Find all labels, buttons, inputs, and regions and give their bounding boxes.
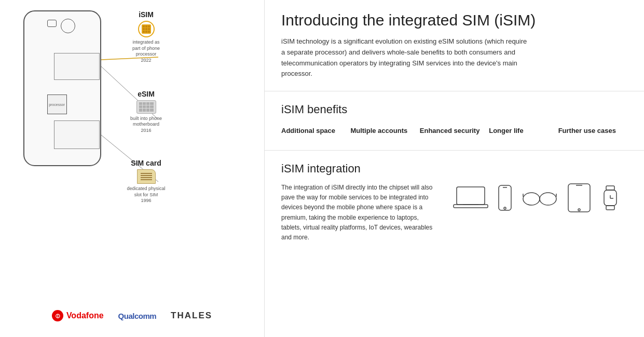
esim-sub: built into phonemotherboard2016 bbox=[130, 116, 162, 134]
simcard-icon bbox=[137, 169, 156, 184]
esim-chip-icon bbox=[136, 100, 156, 114]
logos-row: ⦶ Vodafone Qualcomm THALES bbox=[52, 310, 212, 327]
simcard-block: SIM card dedicated physicalslot for SIM1… bbox=[127, 159, 166, 204]
phone-outline: processor bbox=[23, 10, 101, 166]
isim-title: iSIM bbox=[139, 10, 154, 19]
laptop-device bbox=[453, 185, 489, 211]
qualcomm-logo: Qualcomm bbox=[118, 312, 157, 320]
intro-text: iSIM technology is a significant evoluti… bbox=[281, 36, 530, 79]
left-panel: processor iSIM bbox=[0, 0, 265, 337]
benefit-additional-space: Additional space bbox=[281, 124, 350, 139]
phone-device bbox=[497, 184, 513, 211]
benefit-enhanced-security: Enhanced security bbox=[420, 124, 489, 139]
processor-label: processor bbox=[49, 103, 65, 106]
benefit-label-1: Multiple accounts bbox=[350, 127, 414, 136]
right-panel: Introducing the integrated SIM (iSIM) iS… bbox=[265, 0, 644, 337]
esim-title: eSIM bbox=[138, 90, 155, 98]
simcard-sub: dedicated physicalslot for SIM1996 bbox=[127, 186, 166, 204]
svg-point-15 bbox=[578, 209, 580, 211]
simcard-title: SIM card bbox=[131, 159, 161, 167]
sim-labels: iSIM integrated aspart of phoneprocessor… bbox=[127, 10, 166, 214]
benefits-section: iSIM benefits Additional space Multiple … bbox=[265, 91, 644, 151]
integration-section: iSIM integration The integration of iSIM… bbox=[265, 151, 644, 254]
intro-section: Introducing the integrated SIM (iSIM) iS… bbox=[265, 0, 644, 91]
benefit-multiple-accounts: Multiple accounts bbox=[350, 124, 419, 139]
isim-chip-icon bbox=[138, 21, 155, 37]
phone-small-icon bbox=[497, 184, 513, 211]
benefit-label-4: Further use cases bbox=[558, 127, 622, 136]
svg-point-9 bbox=[523, 193, 540, 205]
glasses-device bbox=[521, 188, 558, 207]
integration-content: The integration of iSIM directly into th… bbox=[281, 183, 627, 242]
svg-rect-20 bbox=[606, 186, 614, 190]
isim-sub: integrated aspart of phoneprocessor2022 bbox=[132, 39, 160, 64]
phone-sim-slot bbox=[54, 120, 100, 149]
integration-title: iSIM integration bbox=[281, 162, 627, 176]
svg-rect-4 bbox=[454, 205, 488, 208]
svg-rect-21 bbox=[606, 206, 614, 210]
isim-block: iSIM integrated aspart of phoneprocessor… bbox=[127, 10, 166, 64]
esim-block: eSIM built into phonemotherboard2016 bbox=[127, 90, 166, 134]
thales-logo: THALES bbox=[171, 311, 212, 321]
laptop-icon bbox=[453, 185, 489, 211]
devices-row bbox=[453, 183, 621, 213]
main-container: processor iSIM bbox=[0, 0, 644, 337]
vodafone-icon: ⦶ bbox=[52, 310, 63, 321]
svg-rect-3 bbox=[457, 187, 485, 205]
phone-esim-area bbox=[54, 53, 100, 80]
processor-chip: processor bbox=[47, 95, 67, 114]
benefits-row: Additional space Multiple accounts Enhan… bbox=[281, 124, 627, 139]
svg-point-8 bbox=[504, 207, 506, 209]
vodafone-logo: ⦶ Vodafone bbox=[52, 310, 104, 321]
watch-device bbox=[600, 183, 621, 213]
phone-camera-circle bbox=[61, 19, 75, 33]
integration-text: The integration of iSIM directly into th… bbox=[281, 183, 437, 242]
svg-rect-14 bbox=[568, 184, 590, 212]
tablet-icon bbox=[567, 183, 592, 213]
benefit-label-0: Additional space bbox=[281, 127, 345, 136]
benefit-label-3: Longer life bbox=[489, 127, 553, 136]
intro-title: Introducing the integrated SIM (iSIM) bbox=[281, 11, 627, 29]
svg-point-10 bbox=[540, 193, 556, 205]
tablet-device bbox=[567, 183, 592, 213]
watch-icon bbox=[600, 183, 621, 213]
benefits-title: iSIM benefits bbox=[281, 103, 627, 116]
benefit-further-use-cases: Further use cases bbox=[558, 124, 627, 139]
vodafone-label: Vodafone bbox=[66, 311, 104, 320]
svg-rect-6 bbox=[499, 185, 511, 210]
benefit-label-2: Enhanced security bbox=[420, 127, 484, 136]
benefit-longer-life: Longer life bbox=[489, 124, 558, 139]
glasses-icon bbox=[521, 188, 558, 207]
phone-camera-small bbox=[47, 20, 57, 27]
